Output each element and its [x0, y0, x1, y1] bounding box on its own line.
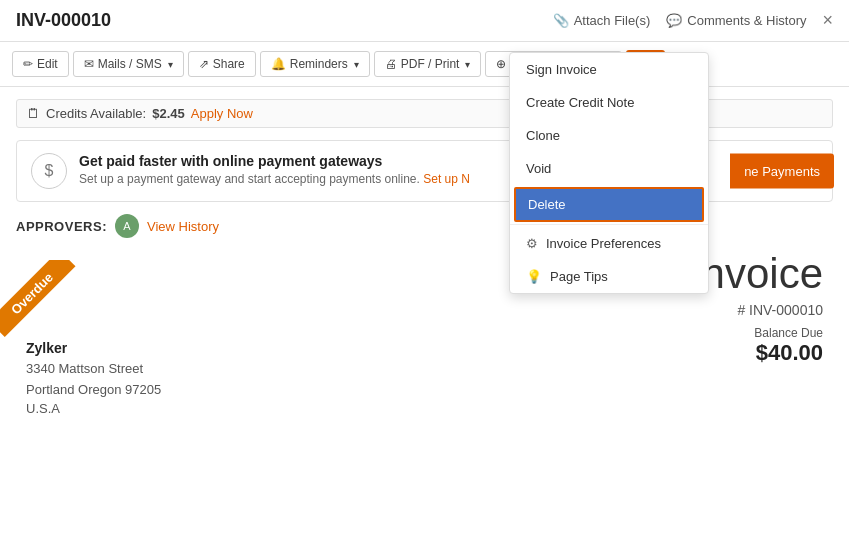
- edit-icon: ✏: [23, 57, 33, 71]
- toolbar: ✏ Edit ✉ Mails / SMS ⇗ Share 🔔 Reminders…: [0, 42, 849, 87]
- record-icon: ⊕: [496, 57, 506, 71]
- main-content: 🗒 Credits Available: $2.45 Apply Now $ G…: [0, 87, 849, 428]
- reminders-button[interactable]: 🔔 Reminders: [260, 51, 370, 77]
- credits-amount: $2.45: [152, 106, 185, 121]
- invoice-title: Invoice: [690, 250, 823, 298]
- mails-sms-label: Mails / SMS: [98, 57, 162, 71]
- paperclip-icon: 📎: [553, 13, 569, 28]
- approvers-label: APPROVERS:: [16, 219, 107, 234]
- online-payments-label: ne Payments: [744, 164, 820, 179]
- view-history-link[interactable]: View History: [147, 219, 219, 234]
- sign-invoice-label: Sign Invoice: [526, 62, 597, 77]
- edit-label: Edit: [37, 57, 58, 71]
- apply-now-link[interactable]: Apply Now: [191, 106, 253, 121]
- page-tips-item[interactable]: 💡 Page Tips: [510, 260, 708, 293]
- share-label: Share: [213, 57, 245, 71]
- create-credit-note-item[interactable]: Create Credit Note: [510, 86, 708, 119]
- delete-label: Delete: [528, 197, 566, 212]
- comments-history-label: Comments & History: [687, 13, 806, 28]
- page-header: INV-000010 📎 Attach File(s) 💬 Comments &…: [0, 0, 849, 42]
- dropdown-menu: Sign Invoice Create Credit Note Clone Vo…: [509, 52, 709, 294]
- overdue-ribbon: [0, 260, 90, 350]
- invoice-right: Invoice # INV-000010 Balance Due $40.00: [690, 250, 833, 416]
- comment-icon: 💬: [666, 13, 682, 28]
- setup-link[interactable]: Set up N: [423, 172, 470, 186]
- gateway-subtitle-text: Set up a payment gateway and start accep…: [79, 172, 423, 186]
- reminders-label: Reminders: [290, 57, 348, 71]
- address-line1: 3340 Mattson Street: [26, 359, 216, 380]
- pdf-print-button[interactable]: 🖨 PDF / Print: [374, 51, 482, 77]
- header-actions: 📎 Attach File(s) 💬 Comments & History ×: [553, 10, 833, 31]
- balance-due-label: Balance Due: [690, 326, 823, 340]
- void-item[interactable]: Void: [510, 152, 708, 185]
- page-tips-label: Page Tips: [550, 269, 608, 284]
- comments-history-link[interactable]: 💬 Comments & History: [666, 13, 806, 28]
- avatar: A: [115, 214, 139, 238]
- close-button[interactable]: ×: [822, 10, 833, 31]
- gateway-text: Get paid faster with online payment gate…: [79, 153, 470, 186]
- bell-icon: 🔔: [271, 57, 286, 71]
- clone-label: Clone: [526, 128, 560, 143]
- share-icon: ⇗: [199, 57, 209, 71]
- sign-invoice-item[interactable]: Sign Invoice: [510, 53, 708, 86]
- delete-item[interactable]: Delete: [514, 187, 704, 222]
- gateway-icon: $: [31, 153, 67, 189]
- mails-sms-button[interactable]: ✉ Mails / SMS: [73, 51, 184, 77]
- gateway-subtitle: Set up a payment gateway and start accep…: [79, 172, 470, 186]
- online-payments-button[interactable]: ne Payments: [730, 154, 834, 189]
- gateway-title: Get paid faster with online payment gate…: [79, 153, 470, 169]
- attach-files-link[interactable]: 📎 Attach File(s): [553, 13, 651, 28]
- void-label: Void: [526, 161, 551, 176]
- invoice-address: Zylker 3340 Mattson Street Portland Oreg…: [26, 340, 216, 416]
- dropdown-divider: [510, 224, 708, 225]
- pdf-print-label: PDF / Print: [401, 57, 460, 71]
- invoice-area: Zylker 3340 Mattson Street Portland Oreg…: [16, 250, 833, 416]
- bulb-icon: 💡: [526, 269, 542, 284]
- pdf-icon: 🖨: [385, 57, 397, 71]
- attach-files-label: Attach File(s): [574, 13, 651, 28]
- invoice-preferences-label: Invoice Preferences: [546, 236, 661, 251]
- credits-bar: 🗒 Credits Available: $2.45 Apply Now: [16, 99, 833, 128]
- approvers-row: APPROVERS: A View History: [16, 214, 833, 238]
- gateway-banner: $ Get paid faster with online payment ga…: [16, 140, 833, 202]
- invoice-preferences-item[interactable]: ⚙ Invoice Preferences: [510, 227, 708, 260]
- share-button[interactable]: ⇗ Share: [188, 51, 256, 77]
- address-line2: Portland Oregon 97205: [26, 380, 216, 401]
- mail-icon: ✉: [84, 57, 94, 71]
- credits-label: Credits Available:: [46, 106, 146, 121]
- clone-item[interactable]: Clone: [510, 119, 708, 152]
- invoice-id: INV-000010: [16, 10, 111, 31]
- create-credit-note-label: Create Credit Note: [526, 95, 634, 110]
- country: U.S.A: [26, 401, 216, 416]
- overdue-section: Zylker 3340 Mattson Street Portland Oreg…: [16, 250, 216, 416]
- edit-button[interactable]: ✏ Edit: [12, 51, 69, 77]
- invoice-number: # INV-000010: [690, 302, 823, 318]
- credits-icon: 🗒: [27, 106, 40, 121]
- balance-due-amount: $40.00: [690, 340, 823, 366]
- gear-icon: ⚙: [526, 236, 538, 251]
